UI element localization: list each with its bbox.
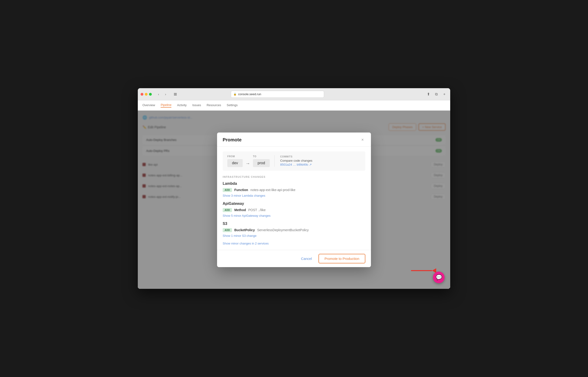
nav-activity[interactable]: Activity <box>177 103 187 107</box>
arrow-line <box>411 270 432 271</box>
apigateway-group: ApiGateway ADD Method POST ../like Show … <box>223 201 365 217</box>
lambda-group-name: Lambda <box>223 181 365 186</box>
nav-overview[interactable]: Overview <box>142 103 155 107</box>
add-tab-button[interactable]: + <box>441 91 447 97</box>
commits-link[interactable]: 8501a24 … b99d49c ↗ <box>280 163 312 166</box>
page-content: Overview Pipeline Activity Issues Resour… <box>138 100 450 289</box>
modal-overlay[interactable]: Promote × FROM dev → <box>138 111 450 289</box>
from-label: FROM <box>227 155 243 158</box>
chat-bubble-button[interactable]: 💬 <box>433 271 445 283</box>
to-badge: prod <box>253 159 270 167</box>
s3-group: S3 ADD BucketPolicy ServerlessDeployment… <box>223 222 365 237</box>
lambda-show-more-link[interactable]: Show 3 minor Lambda changes <box>223 194 365 197</box>
traffic-lights <box>141 93 152 96</box>
top-nav: Overview Pipeline Activity Issues Resour… <box>138 100 450 111</box>
flow-arrow-icon: → <box>246 161 250 166</box>
flow-divider <box>274 155 275 167</box>
browser-titlebar: ‹ › 🔒 console.seed.run ⬆ ⧉ + <box>138 88 450 100</box>
svg-rect-2 <box>174 95 177 95</box>
modal-body: FROM dev → TO prod COMMITS Comp <box>217 147 371 250</box>
close-traffic-light[interactable] <box>141 93 143 96</box>
main-area: 🌐 github.com/jayair/serverless-st... ✏️ … <box>138 111 450 289</box>
apigateway-add-badge: ADD <box>223 208 232 212</box>
lambda-change-row: ADD Function notes-app-ext-like-api-prod… <box>223 188 365 192</box>
browser-window: ‹ › 🔒 console.seed.run ⬆ ⧉ + Overview Pi… <box>138 88 450 289</box>
lock-icon: 🔒 <box>233 93 237 96</box>
commits-section: COMMITS Compare code changes 8501a24 … b… <box>279 155 361 166</box>
promote-flow: FROM dev → TO prod COMMITS Comp <box>223 151 365 171</box>
share-button[interactable]: ⬆ <box>426 91 431 97</box>
browser-actions: ⬆ ⧉ + <box>426 91 447 97</box>
s3-group-name: S3 <box>223 222 365 226</box>
svg-rect-1 <box>174 94 177 94</box>
show-minor-services-link[interactable]: Show minor changes in 2 services <box>223 242 365 245</box>
commits-text: Compare code changes <box>280 159 361 162</box>
annotation-arrow <box>411 268 436 273</box>
url-text: console.seed.run <box>238 92 261 96</box>
cancel-button[interactable]: Cancel <box>298 255 315 262</box>
modal-header: Promote × <box>217 132 371 147</box>
to-label: TO <box>253 155 270 158</box>
sidebar-toggle-button[interactable] <box>172 91 178 97</box>
apigateway-change-name: POST ../like <box>248 208 266 212</box>
maximize-traffic-light[interactable] <box>149 93 152 96</box>
lambda-change-name: notes-app-ext-like-api-prod-like <box>250 188 295 192</box>
apigateway-change-row: ADD Method POST ../like <box>223 208 365 212</box>
from-section: FROM dev <box>227 155 243 167</box>
promote-to-production-button[interactable]: Promote to Production <box>318 254 365 263</box>
lambda-group: Lambda ADD Function notes-app-ext-like-a… <box>223 181 365 197</box>
from-badge: dev <box>227 159 243 167</box>
s3-change-type: BucketPolicy <box>234 228 255 232</box>
infra-section-label: INFRASTRUCTURE CHANGES <box>223 176 365 178</box>
s3-show-more-link[interactable]: Show 1 minor S3 change <box>223 234 365 237</box>
minimize-traffic-light[interactable] <box>145 93 147 96</box>
nav-resources[interactable]: Resources <box>207 103 221 107</box>
apigateway-group-name: ApiGateway <box>223 201 365 206</box>
apigateway-change-type: Method <box>234 208 246 212</box>
forward-button[interactable]: › <box>162 91 169 97</box>
s3-add-badge: ADD <box>223 228 232 232</box>
back-button[interactable]: ‹ <box>156 91 162 97</box>
modal-footer: Cancel Promote to Production <box>217 250 371 267</box>
s3-change-name: ServerlessDeploymentBucketPolicy <box>257 228 309 232</box>
chat-icon: 💬 <box>436 274 442 280</box>
commits-label: COMMITS <box>280 155 361 158</box>
lambda-add-badge: ADD <box>223 188 232 192</box>
promote-modal: Promote × FROM dev → <box>217 132 371 267</box>
nav-issues[interactable]: Issues <box>192 103 201 107</box>
apigateway-show-more-link[interactable]: Show 5 minor ApiGateway changes <box>223 214 365 217</box>
nav-settings[interactable]: Settings <box>227 103 237 107</box>
modal-title: Promote <box>223 137 242 142</box>
to-section: TO prod <box>253 155 270 167</box>
s3-change-row: ADD BucketPolicy ServerlessDeploymentBuc… <box>223 228 365 232</box>
nav-pipeline[interactable]: Pipeline <box>161 103 171 107</box>
lambda-change-type: Function <box>234 188 248 192</box>
nav-buttons: ‹ › <box>156 91 169 97</box>
svg-rect-0 <box>174 93 177 94</box>
new-tab-button[interactable]: ⧉ <box>433 91 440 97</box>
modal-close-button[interactable]: × <box>360 137 365 143</box>
address-bar[interactable]: 🔒 console.seed.run <box>231 91 324 98</box>
